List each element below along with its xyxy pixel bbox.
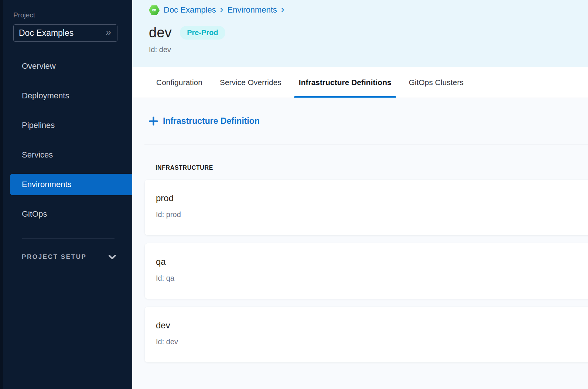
infrastructure-row-prod[interactable]: prod Id: prod: [145, 180, 588, 235]
environment-header: ∞ Doc Examples › Environments › dev Pre-…: [132, 0, 588, 67]
sidebar-item-gitops[interactable]: GitOps: [0, 203, 132, 225]
infrastructure-row-dev[interactable]: dev Id: dev: [145, 307, 588, 362]
sidebar-item-services[interactable]: Services: [0, 144, 132, 166]
page-title: dev: [149, 25, 172, 41]
add-infrastructure-definition-button[interactable]: Infrastructure Definition: [149, 116, 260, 126]
sidebar-item-overview[interactable]: Overview: [0, 55, 132, 77]
sidebar-nav: Overview Deployments Pipelines Services …: [0, 55, 132, 233]
environment-tabs: Configuration Service Overrides Infrastr…: [132, 67, 588, 98]
breadcrumb: ∞ Doc Examples › Environments ›: [149, 4, 588, 16]
project-setup-label: PROJECT SETUP: [22, 253, 87, 261]
project-selector-value: Doc Examples: [19, 28, 74, 38]
breadcrumb-separator: ›: [220, 4, 223, 14]
double-chevron-right-icon: »: [106, 27, 111, 37]
chevron-down-icon: [108, 254, 116, 260]
infrastructure-column-header: INFRASTRUCTURE: [155, 165, 588, 171]
breadcrumb-separator: ›: [281, 4, 284, 14]
breadcrumb-link-environments[interactable]: Environments: [228, 5, 277, 15]
tab-infrastructure-definitions[interactable]: Infrastructure Definitions: [299, 67, 392, 98]
svg-text:∞: ∞: [152, 7, 157, 13]
cd-module-icon: ∞: [149, 5, 160, 16]
environment-id: Id: dev: [149, 45, 588, 54]
tab-configuration[interactable]: Configuration: [156, 67, 202, 98]
sidebar-item-pipelines[interactable]: Pipelines: [0, 115, 132, 136]
environment-type-badge: Pre-Prod: [180, 26, 225, 40]
tab-service-overrides[interactable]: Service Overrides: [220, 67, 281, 98]
sidebar-divider: [22, 238, 114, 239]
project-label: Project: [13, 11, 132, 19]
title-row: dev Pre-Prod: [149, 25, 588, 41]
project-setup-toggle[interactable]: PROJECT SETUP: [0, 253, 132, 261]
project-sidebar: Project Doc Examples » Overview Deployme…: [0, 0, 132, 389]
infrastructure-name: qa: [156, 257, 588, 267]
sidebar-item-deployments[interactable]: Deployments: [0, 85, 132, 106]
plus-icon: [149, 116, 158, 126]
section-divider: [144, 145, 588, 145]
infrastructure-name: prod: [156, 193, 588, 203]
main-area: ∞ Doc Examples › Environments › dev Pre-…: [132, 0, 588, 389]
project-selector[interactable]: Doc Examples »: [13, 24, 117, 42]
infrastructure-name: dev: [156, 320, 588, 331]
breadcrumb-link-project[interactable]: Doc Examples: [164, 5, 216, 15]
tab-gitops-clusters[interactable]: GitOps Clusters: [409, 67, 464, 98]
sidebar-item-environments[interactable]: Environments: [10, 174, 132, 195]
infrastructure-id: Id: dev: [156, 338, 588, 346]
add-infrastructure-definition-label: Infrastructure Definition: [163, 116, 260, 126]
infrastructure-id: Id: qa: [156, 274, 588, 283]
infrastructure-row-qa[interactable]: qa Id: qa: [145, 243, 588, 299]
infrastructure-definitions-panel: Infrastructure Definition INFRASTRUCTURE…: [132, 98, 588, 389]
infrastructure-id: Id: prod: [156, 210, 588, 219]
infrastructure-list: prod Id: prod qa Id: qa dev Id: dev: [145, 180, 588, 362]
